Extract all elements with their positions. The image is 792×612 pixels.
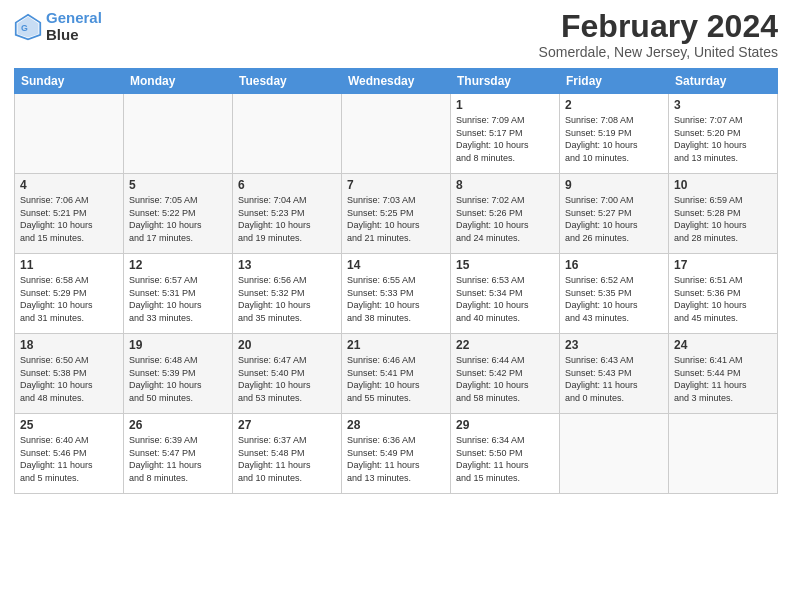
calendar-cell: 1Sunrise: 7:09 AM Sunset: 5:17 PM Daylig… [451,94,560,174]
day-info: Sunrise: 6:34 AM Sunset: 5:50 PM Dayligh… [456,434,554,484]
calendar-cell: 2Sunrise: 7:08 AM Sunset: 5:19 PM Daylig… [560,94,669,174]
day-number: 12 [129,258,227,272]
title-area: February 2024 Somerdale, New Jersey, Uni… [539,10,778,60]
calendar-cell [233,94,342,174]
day-info: Sunrise: 6:37 AM Sunset: 5:48 PM Dayligh… [238,434,336,484]
col-wednesday: Wednesday [342,69,451,94]
col-saturday: Saturday [669,69,778,94]
day-info: Sunrise: 6:36 AM Sunset: 5:49 PM Dayligh… [347,434,445,484]
header: G General Blue February 2024 Somerdale, … [14,10,778,60]
calendar-cell: 9Sunrise: 7:00 AM Sunset: 5:27 PM Daylig… [560,174,669,254]
calendar-cell: 25Sunrise: 6:40 AM Sunset: 5:46 PM Dayli… [15,414,124,494]
day-number: 7 [347,178,445,192]
day-number: 22 [456,338,554,352]
calendar-cell [669,414,778,494]
day-info: Sunrise: 6:53 AM Sunset: 5:34 PM Dayligh… [456,274,554,324]
day-number: 29 [456,418,554,432]
calendar-cell: 21Sunrise: 6:46 AM Sunset: 5:41 PM Dayli… [342,334,451,414]
calendar-week-4: 18Sunrise: 6:50 AM Sunset: 5:38 PM Dayli… [15,334,778,414]
day-number: 13 [238,258,336,272]
day-number: 9 [565,178,663,192]
day-number: 3 [674,98,772,112]
calendar-cell: 22Sunrise: 6:44 AM Sunset: 5:42 PM Dayli… [451,334,560,414]
day-info: Sunrise: 6:40 AM Sunset: 5:46 PM Dayligh… [20,434,118,484]
day-number: 16 [565,258,663,272]
calendar-cell [124,94,233,174]
calendar-cell [342,94,451,174]
day-info: Sunrise: 7:00 AM Sunset: 5:27 PM Dayligh… [565,194,663,244]
col-monday: Monday [124,69,233,94]
col-friday: Friday [560,69,669,94]
calendar-cell: 11Sunrise: 6:58 AM Sunset: 5:29 PM Dayli… [15,254,124,334]
svg-text:G: G [21,22,28,32]
col-sunday: Sunday [15,69,124,94]
day-info: Sunrise: 6:52 AM Sunset: 5:35 PM Dayligh… [565,274,663,324]
calendar-cell: 17Sunrise: 6:51 AM Sunset: 5:36 PM Dayli… [669,254,778,334]
day-number: 19 [129,338,227,352]
col-tuesday: Tuesday [233,69,342,94]
day-info: Sunrise: 6:56 AM Sunset: 5:32 PM Dayligh… [238,274,336,324]
calendar-cell: 13Sunrise: 6:56 AM Sunset: 5:32 PM Dayli… [233,254,342,334]
day-number: 18 [20,338,118,352]
calendar-week-1: 1Sunrise: 7:09 AM Sunset: 5:17 PM Daylig… [15,94,778,174]
calendar-header-row: Sunday Monday Tuesday Wednesday Thursday… [15,69,778,94]
calendar-week-3: 11Sunrise: 6:58 AM Sunset: 5:29 PM Dayli… [15,254,778,334]
day-info: Sunrise: 6:43 AM Sunset: 5:43 PM Dayligh… [565,354,663,404]
calendar-week-2: 4Sunrise: 7:06 AM Sunset: 5:21 PM Daylig… [15,174,778,254]
day-number: 27 [238,418,336,432]
calendar-cell: 28Sunrise: 6:36 AM Sunset: 5:49 PM Dayli… [342,414,451,494]
day-info: Sunrise: 7:02 AM Sunset: 5:26 PM Dayligh… [456,194,554,244]
day-info: Sunrise: 7:07 AM Sunset: 5:20 PM Dayligh… [674,114,772,164]
calendar-cell: 19Sunrise: 6:48 AM Sunset: 5:39 PM Dayli… [124,334,233,414]
location-title: Somerdale, New Jersey, United States [539,44,778,60]
logo-icon: G [14,13,42,41]
day-info: Sunrise: 6:58 AM Sunset: 5:29 PM Dayligh… [20,274,118,324]
calendar-cell: 4Sunrise: 7:06 AM Sunset: 5:21 PM Daylig… [15,174,124,254]
calendar-cell: 8Sunrise: 7:02 AM Sunset: 5:26 PM Daylig… [451,174,560,254]
day-number: 10 [674,178,772,192]
day-info: Sunrise: 6:57 AM Sunset: 5:31 PM Dayligh… [129,274,227,324]
day-number: 15 [456,258,554,272]
day-number: 21 [347,338,445,352]
day-number: 17 [674,258,772,272]
day-info: Sunrise: 6:47 AM Sunset: 5:40 PM Dayligh… [238,354,336,404]
day-number: 11 [20,258,118,272]
day-info: Sunrise: 6:44 AM Sunset: 5:42 PM Dayligh… [456,354,554,404]
day-info: Sunrise: 6:48 AM Sunset: 5:39 PM Dayligh… [129,354,227,404]
day-number: 26 [129,418,227,432]
day-info: Sunrise: 6:50 AM Sunset: 5:38 PM Dayligh… [20,354,118,404]
day-info: Sunrise: 6:55 AM Sunset: 5:33 PM Dayligh… [347,274,445,324]
calendar: Sunday Monday Tuesday Wednesday Thursday… [14,68,778,494]
calendar-cell: 6Sunrise: 7:04 AM Sunset: 5:23 PM Daylig… [233,174,342,254]
day-number: 2 [565,98,663,112]
month-title: February 2024 [539,10,778,42]
page: G General Blue February 2024 Somerdale, … [0,0,792,612]
calendar-cell: 7Sunrise: 7:03 AM Sunset: 5:25 PM Daylig… [342,174,451,254]
calendar-cell: 3Sunrise: 7:07 AM Sunset: 5:20 PM Daylig… [669,94,778,174]
calendar-cell: 23Sunrise: 6:43 AM Sunset: 5:43 PM Dayli… [560,334,669,414]
day-number: 5 [129,178,227,192]
logo: G General Blue [14,10,102,43]
day-info: Sunrise: 7:08 AM Sunset: 5:19 PM Dayligh… [565,114,663,164]
calendar-cell: 18Sunrise: 6:50 AM Sunset: 5:38 PM Dayli… [15,334,124,414]
day-info: Sunrise: 6:51 AM Sunset: 5:36 PM Dayligh… [674,274,772,324]
logo-text: General Blue [46,10,102,43]
calendar-cell [560,414,669,494]
day-info: Sunrise: 7:06 AM Sunset: 5:21 PM Dayligh… [20,194,118,244]
day-number: 28 [347,418,445,432]
calendar-cell: 29Sunrise: 6:34 AM Sunset: 5:50 PM Dayli… [451,414,560,494]
day-number: 8 [456,178,554,192]
calendar-cell [15,94,124,174]
day-info: Sunrise: 7:04 AM Sunset: 5:23 PM Dayligh… [238,194,336,244]
day-info: Sunrise: 7:09 AM Sunset: 5:17 PM Dayligh… [456,114,554,164]
day-info: Sunrise: 6:39 AM Sunset: 5:47 PM Dayligh… [129,434,227,484]
day-number: 1 [456,98,554,112]
calendar-cell: 14Sunrise: 6:55 AM Sunset: 5:33 PM Dayli… [342,254,451,334]
day-number: 6 [238,178,336,192]
calendar-cell: 16Sunrise: 6:52 AM Sunset: 5:35 PM Dayli… [560,254,669,334]
day-number: 20 [238,338,336,352]
calendar-cell: 15Sunrise: 6:53 AM Sunset: 5:34 PM Dayli… [451,254,560,334]
calendar-week-5: 25Sunrise: 6:40 AM Sunset: 5:46 PM Dayli… [15,414,778,494]
calendar-cell: 5Sunrise: 7:05 AM Sunset: 5:22 PM Daylig… [124,174,233,254]
day-number: 25 [20,418,118,432]
